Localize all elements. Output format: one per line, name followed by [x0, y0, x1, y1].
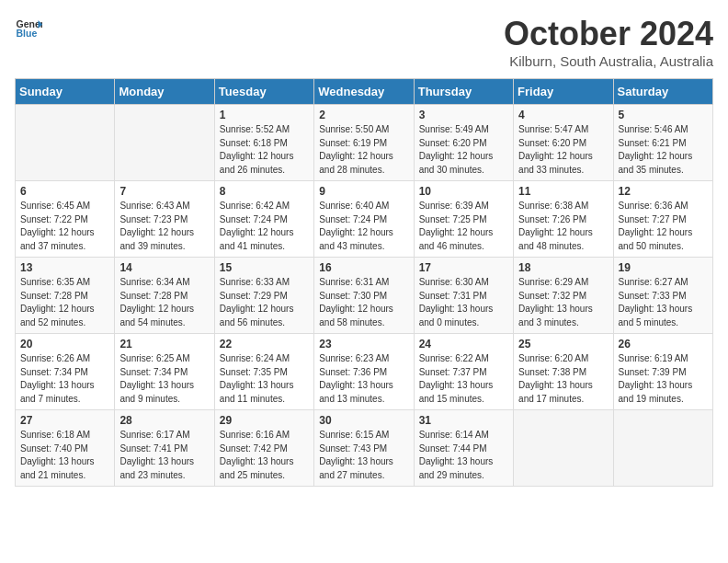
- day-info: Sunrise: 5:49 AMSunset: 6:20 PMDaylight:…: [419, 123, 508, 177]
- day-info: Sunrise: 6:25 AMSunset: 7:34 PMDaylight:…: [119, 352, 209, 406]
- calendar-cell: 5Sunrise: 5:46 AMSunset: 6:21 PMDaylight…: [613, 105, 712, 181]
- day-number: 12: [619, 185, 708, 198]
- calendar-week-row: 1Sunrise: 5:52 AMSunset: 6:18 PMDaylight…: [16, 105, 713, 181]
- calendar-cell: 20Sunrise: 6:26 AMSunset: 7:34 PMDayligh…: [16, 334, 115, 410]
- day-number: 1: [220, 109, 309, 121]
- day-number: 5: [619, 109, 708, 121]
- calendar-cell: 6Sunrise: 6:45 AMSunset: 7:22 PMDaylight…: [16, 181, 115, 258]
- day-number: 15: [220, 261, 309, 274]
- day-number: 30: [319, 414, 408, 427]
- day-number: 3: [419, 109, 508, 121]
- day-number: 24: [419, 338, 508, 350]
- day-number: 13: [20, 261, 109, 274]
- day-info: Sunrise: 6:45 AMSunset: 7:22 PMDaylight:…: [20, 200, 109, 253]
- day-number: 14: [119, 261, 209, 274]
- day-info: Sunrise: 6:19 AMSunset: 7:39 PMDaylight:…: [619, 352, 708, 406]
- day-number: 21: [119, 338, 209, 350]
- day-number: 16: [319, 261, 408, 274]
- calendar-cell: 15Sunrise: 6:33 AMSunset: 7:29 PMDayligh…: [214, 258, 313, 334]
- day-number: 31: [419, 414, 508, 427]
- day-info: Sunrise: 6:31 AMSunset: 7:30 PMDaylight:…: [319, 276, 408, 329]
- day-info: Sunrise: 6:43 AMSunset: 7:23 PMDaylight:…: [119, 200, 209, 253]
- calendar-cell: 29Sunrise: 6:16 AMSunset: 7:42 PMDayligh…: [214, 410, 313, 487]
- day-number: 22: [220, 338, 309, 350]
- day-number: 2: [319, 109, 408, 121]
- day-number: 28: [119, 414, 209, 427]
- calendar-cell: 9Sunrise: 6:40 AMSunset: 7:24 PMDaylight…: [314, 181, 414, 258]
- calendar-cell: 19Sunrise: 6:27 AMSunset: 7:33 PMDayligh…: [613, 258, 712, 334]
- calendar-cell: 28Sunrise: 6:17 AMSunset: 7:41 PMDayligh…: [115, 410, 214, 487]
- day-number: 6: [20, 185, 109, 198]
- logo: General Blue: [15, 15, 42, 42]
- calendar-week-row: 27Sunrise: 6:18 AMSunset: 7:40 PMDayligh…: [16, 410, 713, 487]
- calendar-cell: 30Sunrise: 6:15 AMSunset: 7:43 PMDayligh…: [314, 410, 414, 487]
- day-info: Sunrise: 6:26 AMSunset: 7:34 PMDaylight:…: [20, 352, 109, 406]
- calendar-cell: 10Sunrise: 6:39 AMSunset: 7:25 PMDayligh…: [414, 181, 513, 258]
- month-title: October 2024: [504, 15, 713, 53]
- day-info: Sunrise: 6:18 AMSunset: 7:40 PMDaylight:…: [20, 429, 109, 482]
- calendar-cell: [514, 410, 613, 487]
- day-info: Sunrise: 6:34 AMSunset: 7:28 PMDaylight:…: [119, 276, 209, 329]
- calendar-cell: 4Sunrise: 5:47 AMSunset: 6:20 PMDaylight…: [514, 105, 613, 181]
- calendar-cell: 7Sunrise: 6:43 AMSunset: 7:23 PMDaylight…: [115, 181, 214, 258]
- calendar-cell: 18Sunrise: 6:29 AMSunset: 7:32 PMDayligh…: [514, 258, 613, 334]
- day-info: Sunrise: 5:46 AMSunset: 6:21 PMDaylight:…: [619, 123, 708, 177]
- day-number: 10: [419, 185, 508, 198]
- day-number: 26: [619, 338, 708, 350]
- calendar-week-row: 20Sunrise: 6:26 AMSunset: 7:34 PMDayligh…: [16, 334, 713, 410]
- weekday-header: Tuesday: [214, 79, 313, 105]
- calendar-cell: 1Sunrise: 5:52 AMSunset: 6:18 PMDaylight…: [214, 105, 313, 181]
- weekday-header: Saturday: [613, 79, 712, 105]
- day-info: Sunrise: 6:14 AMSunset: 7:44 PMDaylight:…: [419, 429, 508, 482]
- day-info: Sunrise: 6:40 AMSunset: 7:24 PMDaylight:…: [319, 200, 408, 253]
- calendar-cell: [613, 410, 712, 487]
- day-info: Sunrise: 5:52 AMSunset: 6:18 PMDaylight:…: [220, 123, 309, 177]
- page-header: General Blue October 2024 Kilburn, South…: [15, 15, 713, 69]
- day-number: 23: [319, 338, 408, 350]
- day-info: Sunrise: 6:33 AMSunset: 7:29 PMDaylight:…: [220, 276, 309, 329]
- svg-text:Blue: Blue: [17, 28, 38, 39]
- calendar-cell: [115, 105, 214, 181]
- day-info: Sunrise: 6:35 AMSunset: 7:28 PMDaylight:…: [20, 276, 109, 329]
- calendar-cell: 2Sunrise: 5:50 AMSunset: 6:19 PMDaylight…: [314, 105, 414, 181]
- calendar-cell: [16, 105, 115, 181]
- day-info: Sunrise: 6:30 AMSunset: 7:31 PMDaylight:…: [419, 276, 508, 329]
- day-info: Sunrise: 6:16 AMSunset: 7:42 PMDaylight:…: [220, 429, 309, 482]
- calendar-cell: 22Sunrise: 6:24 AMSunset: 7:35 PMDayligh…: [214, 334, 313, 410]
- calendar-week-row: 13Sunrise: 6:35 AMSunset: 7:28 PMDayligh…: [16, 258, 713, 334]
- day-number: 9: [319, 185, 408, 198]
- day-number: 18: [518, 261, 608, 274]
- day-number: 29: [220, 414, 309, 427]
- calendar-table: SundayMondayTuesdayWednesdayThursdayFrid…: [15, 78, 713, 487]
- calendar-week-row: 6Sunrise: 6:45 AMSunset: 7:22 PMDaylight…: [16, 181, 713, 258]
- weekday-header: Monday: [115, 79, 214, 105]
- calendar-cell: 26Sunrise: 6:19 AMSunset: 7:39 PMDayligh…: [613, 334, 712, 410]
- day-info: Sunrise: 6:29 AMSunset: 7:32 PMDaylight:…: [518, 276, 608, 329]
- calendar-cell: 21Sunrise: 6:25 AMSunset: 7:34 PMDayligh…: [115, 334, 214, 410]
- day-info: Sunrise: 6:15 AMSunset: 7:43 PMDaylight:…: [319, 429, 408, 482]
- calendar-cell: 8Sunrise: 6:42 AMSunset: 7:24 PMDaylight…: [214, 181, 313, 258]
- calendar-cell: 24Sunrise: 6:22 AMSunset: 7:37 PMDayligh…: [414, 334, 513, 410]
- day-info: Sunrise: 6:24 AMSunset: 7:35 PMDaylight:…: [220, 352, 309, 406]
- calendar-cell: 3Sunrise: 5:49 AMSunset: 6:20 PMDaylight…: [414, 105, 513, 181]
- calendar-cell: 17Sunrise: 6:30 AMSunset: 7:31 PMDayligh…: [414, 258, 513, 334]
- day-number: 27: [20, 414, 109, 427]
- weekday-header: Sunday: [16, 79, 115, 105]
- day-number: 8: [220, 185, 309, 198]
- calendar-cell: 27Sunrise: 6:18 AMSunset: 7:40 PMDayligh…: [16, 410, 115, 487]
- location: Kilburn, South Australia, Australia: [504, 53, 713, 69]
- calendar-cell: 25Sunrise: 6:20 AMSunset: 7:38 PMDayligh…: [514, 334, 613, 410]
- weekday-header: Thursday: [414, 79, 513, 105]
- day-number: 4: [518, 109, 608, 121]
- calendar-cell: 14Sunrise: 6:34 AMSunset: 7:28 PMDayligh…: [115, 258, 214, 334]
- day-info: Sunrise: 6:39 AMSunset: 7:25 PMDaylight:…: [419, 200, 508, 253]
- title-block: October 2024 Kilburn, South Australia, A…: [504, 15, 713, 69]
- weekday-header: Wednesday: [314, 79, 414, 105]
- weekday-header: Friday: [514, 79, 613, 105]
- calendar-cell: 16Sunrise: 6:31 AMSunset: 7:30 PMDayligh…: [314, 258, 414, 334]
- day-info: Sunrise: 6:42 AMSunset: 7:24 PMDaylight:…: [220, 200, 309, 253]
- day-info: Sunrise: 6:27 AMSunset: 7:33 PMDaylight:…: [619, 276, 708, 329]
- day-number: 20: [20, 338, 109, 350]
- weekday-header-row: SundayMondayTuesdayWednesdayThursdayFrid…: [16, 79, 713, 105]
- day-info: Sunrise: 5:50 AMSunset: 6:19 PMDaylight:…: [319, 123, 408, 177]
